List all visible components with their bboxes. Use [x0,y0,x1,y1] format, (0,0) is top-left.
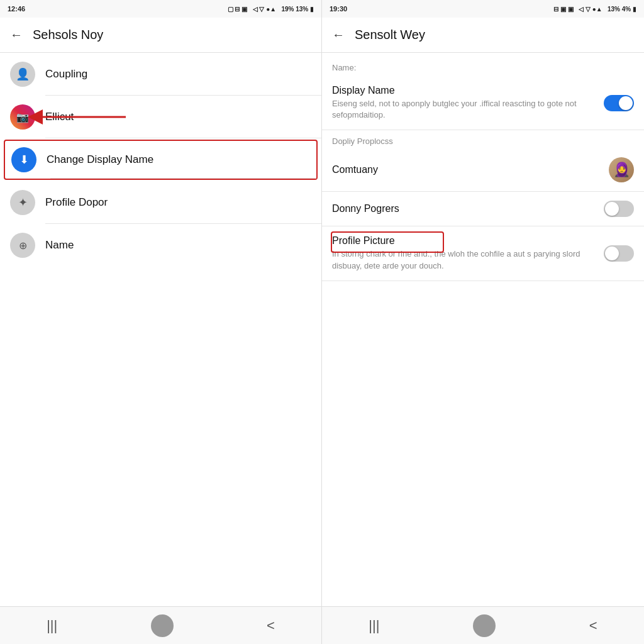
comtuany-title: Comtuany [332,164,601,175]
donny-pogrers-content: Donny Pogrers [332,203,596,214]
left-title: Sehsols Noy [33,28,103,42]
right-list: Name: Display Name Eiseng seld, not to a… [322,53,644,606]
comtuany-content: Comtuany [332,164,601,175]
display-name-toggle[interactable] [604,95,634,111]
right-status-bar: 19:30 ⊟ ▣ ▣ ◁ ▽ ●▲ 13% 4% ▮ [322,0,644,18]
right-time: 19:30 [330,5,553,13]
left-bottom-nav: ||| < [0,606,321,644]
list-item-coupling[interactable]: 👤 Coupling [0,53,321,96]
profile-picture-row[interactable]: Profile Picture In storng chark or rine … [322,226,644,280]
left-top-bar: ← Sehsols Noy [0,18,321,53]
left-menu-button[interactable]: ||| [47,618,57,634]
left-back-nav-button[interactable]: < [267,618,275,634]
right-panel: 19:30 ⊟ ▣ ▣ ◁ ▽ ●▲ 13% 4% ▮ ← Sensolt We… [322,0,644,644]
profile-picture-subtitle: In storng chark or rine and., the wloh t… [332,248,596,271]
donny-pogrers-title: Donny Pogrers [332,203,596,214]
profile-dopor-label: Profile Dopor [45,196,108,209]
display-name-row[interactable]: Display Name Eiseng seld, not to aponply… [322,76,644,130]
left-panel: 12:46 ▢ ⊟ ▣ ◁ ▽ ●▲ 19% 13% ▮ ← Sehsols N… [0,0,322,644]
right-title: Sensolt Wey [355,28,425,42]
left-home-button[interactable] [151,614,174,637]
display-name-content: Display Name Eiseng seld, not to aponply… [332,85,596,121]
right-menu-button[interactable]: ||| [369,618,379,634]
left-list: 👤 Coupling 📷 Ellicut ⬇ [0,53,321,606]
coupling-label: Coupling [45,68,87,80]
dopliy-label: Dopliy Proplocss [322,130,644,148]
comtuany-row[interactable]: Comtuany 🧕 [322,148,644,192]
comtuany-avatar: 🧕 [609,157,634,182]
name-icon: ⊕ [10,233,35,258]
display-name-title: Display Name [332,85,596,96]
right-top-bar: ← Sensolt Wey [322,18,644,53]
left-time: 12:46 [8,5,228,13]
right-back-button[interactable]: ← [332,28,345,42]
name-section-label: Name: [322,53,644,76]
right-bottom-nav: ||| < [322,606,644,644]
coupling-icon: 👤 [10,62,35,87]
profile-picture-content: Profile Picture In storng chark or rine … [332,235,596,271]
ellicut-label: Ellicut [45,111,74,123]
change-display-name-label: Change Display Name [47,153,153,166]
change-display-name-icon: ⬇ [11,147,36,172]
profile-picture-title: Profile Picture [332,235,596,247]
left-status-icons: ▢ ⊟ ▣ ◁ ▽ ●▲ 19% 13% ▮ [228,6,314,13]
donny-pogrers-toggle[interactable] [604,201,634,217]
right-home-button[interactable] [473,614,496,637]
list-item-ellicut[interactable]: 📷 Ellicut [0,96,321,138]
list-item-name[interactable]: ⊕ Name [0,224,321,267]
list-item-profile-dopor[interactable]: ✦ Profile Dopor [0,181,321,224]
right-status-icons: ⊟ ▣ ▣ ◁ ▽ ●▲ 13% 4% ▮ [553,6,636,13]
profile-dopor-icon: ✦ [10,190,35,215]
name-label: Name [45,239,74,252]
donny-pogrers-row[interactable]: Donny Pogrers [322,192,644,226]
list-item-change-display-name[interactable]: ⬇ Change Display Name [4,140,318,180]
right-back-nav-button[interactable]: < [589,618,597,634]
left-back-button[interactable]: ← [10,28,23,42]
left-status-bar: 12:46 ▢ ⊟ ▣ ◁ ▽ ●▲ 19% 13% ▮ [0,0,321,18]
ellicut-icon: 📷 [10,104,35,130]
profile-picture-toggle[interactable] [604,245,634,262]
display-name-subtitle: Eiseng seld, not to aponply butglec your… [332,98,596,121]
